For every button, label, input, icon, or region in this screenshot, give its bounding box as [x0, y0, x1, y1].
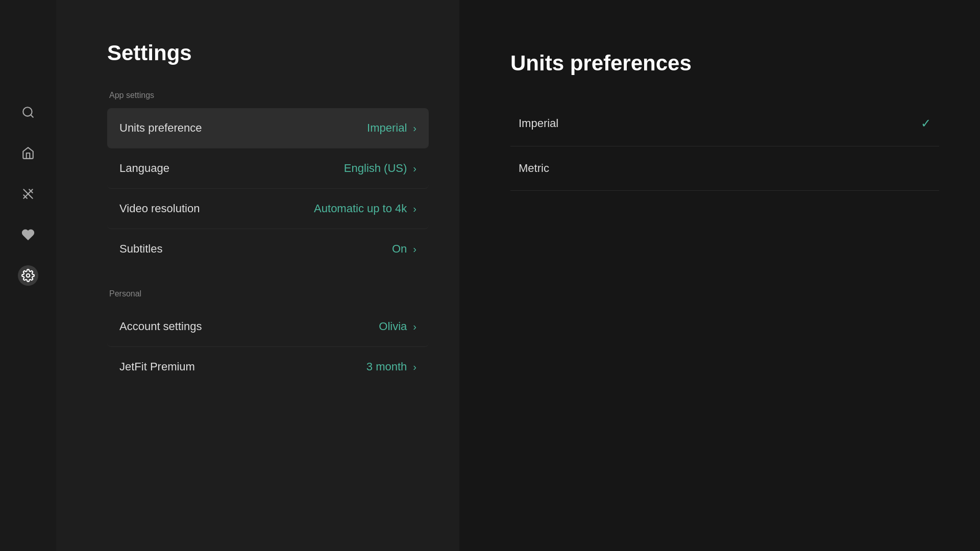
svg-point-6: [27, 274, 30, 278]
jetfit-premium-label: JetFit Premium: [119, 360, 195, 373]
units-preference-item[interactable]: Units preference Imperial ›: [107, 108, 429, 148]
video-resolution-chevron: ›: [413, 203, 416, 215]
sidebar: [0, 0, 56, 551]
metric-option[interactable]: Metric: [510, 146, 939, 191]
imperial-option[interactable]: Imperial ✓: [510, 101, 939, 146]
jetfit-premium-item[interactable]: JetFit Premium 3 month ›: [107, 347, 429, 387]
home-icon[interactable]: [18, 143, 38, 163]
subtitles-item[interactable]: Subtitles On ›: [107, 229, 429, 269]
personal-label: Personal: [109, 289, 429, 298]
personal-settings-list: Account settings Olivia › JetFit Premium…: [107, 307, 429, 387]
subtitles-chevron: ›: [413, 243, 416, 255]
units-preference-label: Units preference: [119, 121, 202, 135]
units-preference-chevron: ›: [413, 122, 416, 134]
video-resolution-label: Video resolution: [119, 202, 200, 215]
video-resolution-value: Automatic up to 4k: [314, 202, 407, 215]
units-preference-value-group: Imperial ›: [367, 121, 416, 135]
app-settings-list: Units preference Imperial › Language Eng…: [107, 108, 429, 269]
units-options-list: Imperial ✓ Metric: [510, 101, 939, 191]
jetfit-premium-value: 3 month: [366, 360, 407, 373]
units-preference-value: Imperial: [367, 121, 407, 135]
imperial-label: Imperial: [519, 117, 558, 130]
tools-icon[interactable]: [18, 184, 38, 204]
language-value-group: English (US) ›: [344, 162, 416, 175]
language-item[interactable]: Language English (US) ›: [107, 148, 429, 189]
language-label: Language: [119, 162, 169, 175]
account-settings-value: Olivia: [379, 320, 407, 333]
settings-icon[interactable]: [18, 265, 38, 286]
subtitles-label: Subtitles: [119, 242, 162, 256]
favorites-icon[interactable]: [18, 224, 38, 245]
video-resolution-value-group: Automatic up to 4k ›: [314, 202, 416, 215]
page-title: Settings: [107, 41, 429, 65]
detail-title: Units preferences: [510, 51, 939, 76]
video-resolution-item[interactable]: Video resolution Automatic up to 4k ›: [107, 189, 429, 229]
account-settings-chevron: ›: [413, 321, 416, 333]
app-settings-section: App settings Units preference Imperial ›…: [107, 91, 429, 269]
app-settings-label: App settings: [109, 91, 429, 100]
language-value: English (US): [344, 162, 407, 175]
language-chevron: ›: [413, 163, 416, 174]
search-icon[interactable]: [18, 102, 38, 122]
account-settings-label: Account settings: [119, 320, 202, 333]
account-settings-value-group: Olivia ›: [379, 320, 416, 333]
subtitles-value-group: On ›: [392, 242, 416, 256]
right-panel: Units preferences Imperial ✓ Metric: [459, 0, 980, 551]
account-settings-item[interactable]: Account settings Olivia ›: [107, 307, 429, 347]
jetfit-premium-chevron: ›: [413, 361, 416, 373]
personal-section: Personal Account settings Olivia › JetFi…: [107, 289, 429, 387]
svg-line-1: [31, 115, 33, 117]
imperial-check-icon: ✓: [921, 116, 931, 131]
subtitles-value: On: [392, 242, 407, 256]
left-panel: Settings App settings Units preference I…: [56, 0, 459, 551]
metric-label: Metric: [519, 162, 549, 175]
jetfit-premium-value-group: 3 month ›: [366, 360, 416, 373]
